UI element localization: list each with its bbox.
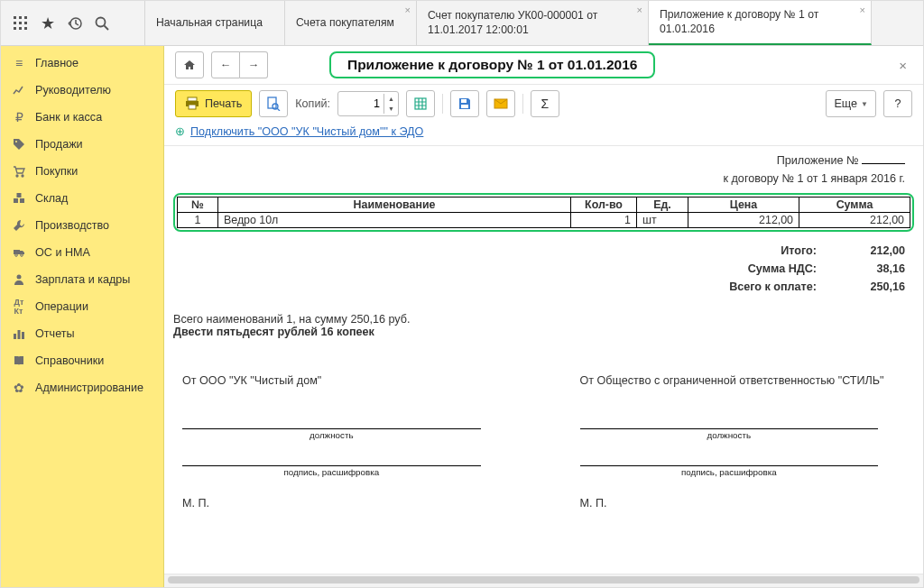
- sidebar-item-production[interactable]: Производство: [1, 212, 163, 239]
- sidebar-item-main[interactable]: ≡Главное: [1, 50, 163, 77]
- sidebar-item-purchases[interactable]: Покупки: [1, 158, 163, 185]
- star-icon[interactable]: ★: [39, 14, 57, 32]
- grid-button[interactable]: [406, 90, 435, 117]
- svg-point-13: [22, 175, 23, 177]
- page-title: Приложение к договору № 1 от 01.01.2016: [329, 51, 655, 78]
- svg-rect-3: [14, 22, 16, 24]
- printer-icon: [185, 96, 199, 111]
- chart-line-icon: [12, 83, 26, 97]
- horizontal-scrollbar[interactable]: [164, 574, 923, 587]
- menu-icon: ≡: [12, 56, 26, 70]
- svg-rect-22: [18, 330, 21, 339]
- svg-rect-2: [24, 16, 27, 19]
- back-button[interactable]: ←: [211, 51, 240, 78]
- edo-link[interactable]: Подключить "ООО "УК "Чистый дом"" к ЭДО: [190, 125, 423, 138]
- sidebar-item-stock[interactable]: Склад: [1, 185, 163, 212]
- sidebar-item-bank[interactable]: ₽Банк и касса: [1, 104, 163, 131]
- svg-rect-4: [19, 22, 22, 24]
- totals-block: Итого:212,00 Сумма НДС:38,16 Всего к опл…: [173, 241, 914, 297]
- tab-invoice-detail[interactable]: Счет покупателю УК00-000001 от 11.01.201…: [417, 1, 649, 45]
- sidebar-item-manager[interactable]: Руководителю: [1, 77, 163, 104]
- items-table: № Наименование Кол-во Ед. Цена Сумма 1 В…: [177, 197, 910, 228]
- person-icon: [12, 272, 26, 287]
- tab-label: Счета покупателям: [296, 16, 394, 30]
- history-icon[interactable]: [66, 14, 84, 32]
- sidebar-item-sales[interactable]: Продажи: [1, 131, 163, 158]
- close-icon[interactable]: ×: [404, 5, 410, 17]
- sidebar-item-reports[interactable]: Отчеты: [1, 320, 163, 347]
- print-button[interactable]: Печать: [175, 90, 252, 117]
- globe-icon: ⊕: [175, 124, 185, 138]
- sidebar-item-label: Руководителю: [35, 84, 111, 96]
- sidebar-item-refs[interactable]: Справочники: [1, 347, 163, 374]
- home-button[interactable]: [175, 51, 204, 78]
- sidebar-item-label: ОС и НМА: [35, 246, 90, 259]
- svg-point-20: [17, 275, 22, 280]
- more-button[interactable]: Еще▼: [826, 90, 876, 117]
- svg-point-11: [15, 141, 17, 142]
- svg-rect-24: [188, 97, 197, 101]
- close-page-button[interactable]: ×: [893, 58, 912, 73]
- header-bar: ← → Приложение к договору № 1 от 01.01.2…: [164, 46, 923, 85]
- svg-rect-1: [19, 16, 22, 19]
- svg-rect-16: [17, 193, 22, 198]
- tab-contract-annex[interactable]: Приложение к договору № 1 от 01.01.2016 …: [649, 1, 872, 45]
- svg-point-10: [97, 17, 106, 26]
- close-icon[interactable]: ×: [859, 5, 864, 17]
- print-label: Печать: [205, 97, 242, 110]
- apps-icon[interactable]: [12, 14, 30, 32]
- sidebar-item-label: Операции: [35, 300, 88, 313]
- preview-button[interactable]: [259, 90, 288, 117]
- tab-label: Приложение к договору № 1 от 01.01.2016: [660, 8, 849, 36]
- spin-up-icon[interactable]: ▲: [384, 94, 398, 104]
- svg-rect-31: [461, 105, 468, 108]
- cog-icon: ✿: [12, 381, 26, 395]
- sidebar: ≡Главное Руководителю ₽Банк и касса Прод…: [1, 46, 164, 587]
- sidebar-item-label: Главное: [35, 57, 79, 69]
- svg-rect-14: [14, 198, 18, 203]
- wrench-icon: [12, 218, 26, 233]
- dtkt-icon: ДтКт: [12, 299, 26, 314]
- forward-button[interactable]: →: [240, 51, 268, 78]
- svg-point-12: [16, 175, 18, 177]
- sidebar-item-label: Администрирование: [35, 381, 143, 394]
- svg-rect-0: [14, 16, 16, 19]
- close-icon[interactable]: ×: [636, 5, 642, 17]
- svg-point-18: [15, 254, 18, 257]
- svg-rect-8: [24, 27, 27, 30]
- svg-rect-5: [24, 22, 27, 24]
- spin-down-icon[interactable]: ▼: [384, 104, 398, 114]
- boxes-icon: [12, 191, 26, 206]
- help-button[interactable]: ?: [883, 90, 912, 117]
- topbar-left: ★: [1, 1, 145, 45]
- tabs: Начальная страница Счета покупателям × С…: [145, 1, 923, 45]
- copies-input[interactable]: [338, 97, 383, 110]
- ruble-icon: ₽: [12, 110, 26, 124]
- save-button[interactable]: [450, 90, 479, 117]
- sidebar-item-hr[interactable]: Зарплата и кадры: [1, 266, 163, 293]
- mail-button[interactable]: [486, 90, 515, 117]
- document-area: Приложение № к договору № 1 от 1 января …: [164, 146, 923, 574]
- svg-rect-6: [14, 27, 16, 30]
- copies-stepper[interactable]: ▲▼: [337, 91, 399, 116]
- main: ← → Приложение к договору № 1 от 01.01.2…: [164, 46, 923, 587]
- cart-icon: [12, 164, 26, 179]
- tab-invoices[interactable]: Счета покупателям ×: [285, 1, 417, 45]
- sign-right: От Общество с ограниченной ответственнос…: [580, 374, 906, 510]
- tag-icon: [12, 137, 26, 152]
- sidebar-item-label: Зарплата и кадры: [35, 273, 130, 286]
- sidebar-item-label: Банк и касса: [35, 111, 102, 124]
- search-icon[interactable]: [93, 14, 111, 32]
- sign-left: От ООО "УК "Чистый дом" должность подпис…: [182, 374, 508, 510]
- edo-bar: ⊕ Подключить "ООО "УК "Чистый дом"" к ЭД…: [164, 123, 923, 146]
- svg-rect-26: [189, 105, 196, 109]
- summary-block: Всего наименований 1, на сумму 250,16 ру…: [173, 313, 914, 338]
- sidebar-item-label: Производство: [35, 219, 109, 232]
- sidebar-item-ops[interactable]: ДтКтОперации: [1, 293, 163, 320]
- tab-home[interactable]: Начальная страница: [145, 1, 285, 45]
- sidebar-item-admin[interactable]: ✿Администрирование: [1, 374, 163, 401]
- bars-icon: [12, 326, 26, 341]
- svg-rect-21: [14, 334, 16, 339]
- sidebar-item-assets[interactable]: ОС и НМА: [1, 239, 163, 266]
- sum-button[interactable]: Σ: [531, 90, 559, 117]
